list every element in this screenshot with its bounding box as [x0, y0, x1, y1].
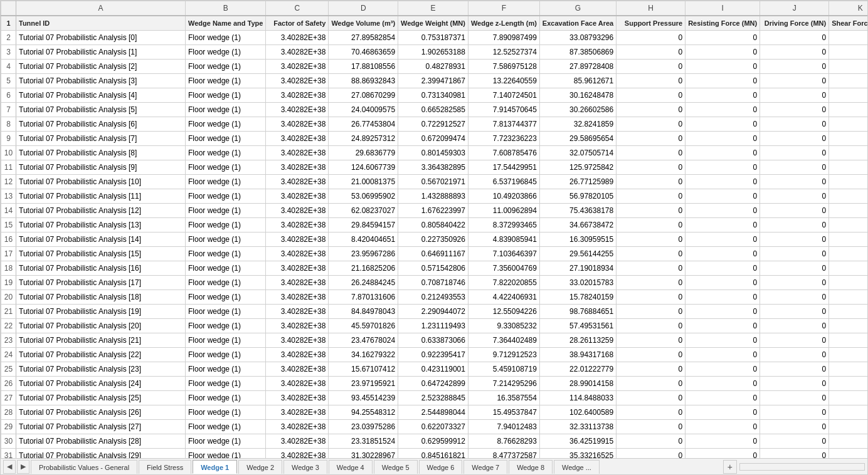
cell-r25-c11[interactable]: 0	[829, 362, 867, 377]
cell-r7-c3[interactable]: 3.40282E+38	[266, 103, 329, 117]
cell-r6-c5[interactable]: 0.731340981	[398, 88, 468, 103]
cell-r25-c6[interactable]: 5.459108719	[468, 362, 539, 377]
cell-r8-c7[interactable]: 32.8241859	[539, 117, 616, 132]
cell-r22-c5[interactable]: 1.231119493	[398, 319, 468, 333]
cell-r6-c7[interactable]: 30.16248478	[539, 88, 616, 103]
cell-r30-c2[interactable]: Floor wedge (1)	[186, 434, 266, 449]
cell-r21-c11[interactable]: 0	[829, 305, 867, 319]
col-header-J[interactable]: J	[760, 1, 829, 16]
cell-r4-c4[interactable]: 17.88108556	[329, 60, 398, 74]
cell-r23-c10[interactable]: 0	[760, 333, 829, 348]
cell-r13-c9[interactable]: 0	[685, 189, 760, 204]
cell-r14-c11[interactable]: 0	[829, 204, 867, 218]
cell-r20-c10[interactable]: 0	[760, 290, 829, 305]
cell-r18-c10[interactable]: 0	[760, 261, 829, 276]
cell-r28-c3[interactable]: 3.40282E+38	[266, 405, 329, 420]
cell-r15-c3[interactable]: 3.40282E+38	[266, 218, 329, 232]
cell-r17-c5[interactable]: 0.646911167	[398, 247, 468, 261]
cell-r3-c8[interactable]: 0	[617, 45, 685, 60]
cell-r16-c1[interactable]: Tutorial 07 Probabilistic Analysis [14]	[16, 232, 186, 247]
cell-r11-c4[interactable]: 124.6067739	[329, 160, 398, 175]
cell-r26-c1[interactable]: Tutorial 07 Probabilistic Analysis [24]	[16, 377, 186, 391]
col-header-E[interactable]: E	[398, 1, 468, 16]
cell-r18-c9[interactable]: 0	[685, 261, 760, 276]
cell-r8-c10[interactable]: 0	[760, 117, 829, 132]
cell-r10-c6[interactable]: 7.608785476	[468, 146, 539, 160]
cell-r5-c6[interactable]: 13.22640559	[468, 74, 539, 88]
cell-r26-c9[interactable]: 0	[685, 377, 760, 391]
cell-r10-c3[interactable]: 3.40282E+38	[266, 146, 329, 160]
cell-r18-c4[interactable]: 21.16825206	[329, 261, 398, 276]
cell-r27-c11[interactable]: 0	[829, 391, 867, 405]
cell-r26-c7[interactable]: 28.99014158	[539, 377, 616, 391]
cell-r29-c11[interactable]: 0	[829, 420, 867, 434]
cell-r27-c9[interactable]: 0	[685, 391, 760, 405]
cell-r29-c8[interactable]: 0	[617, 420, 685, 434]
cell-r26-c5[interactable]: 0.647242899	[398, 377, 468, 391]
cell-r31-c6[interactable]: 8.477372587	[468, 449, 539, 459]
tab-add-button[interactable]: +	[723, 460, 737, 474]
cell-r9-c9[interactable]: 0	[685, 132, 760, 146]
cell-r10-c11[interactable]: 0	[829, 146, 867, 160]
cell-r6-c9[interactable]: 0	[685, 88, 760, 103]
cell-r28-c9[interactable]: 0	[685, 405, 760, 420]
cell-r21-c7[interactable]: 98.76884651	[539, 305, 616, 319]
col-header-F[interactable]: F	[468, 1, 539, 16]
cell-r21-c8[interactable]: 0	[617, 305, 685, 319]
cell-r2-c8[interactable]: 0	[617, 31, 685, 45]
cell-r17-c3[interactable]: 3.40282E+38	[266, 247, 329, 261]
cell-r26-c2[interactable]: Floor wedge (1)	[186, 377, 266, 391]
cell-r23-c8[interactable]: 0	[617, 333, 685, 348]
cell-r20-c3[interactable]: 3.40282E+38	[266, 290, 329, 305]
cell-r13-c3[interactable]: 3.40282E+38	[266, 189, 329, 204]
cell-r27-c2[interactable]: Floor wedge (1)	[186, 391, 266, 405]
cell-r11-c5[interactable]: 3.364382895	[398, 160, 468, 175]
cell-r30-c5[interactable]: 0.629599912	[398, 434, 468, 449]
cell-r25-c7[interactable]: 22.01222779	[539, 362, 616, 377]
cell-r4-c5[interactable]: 0.48278931	[398, 60, 468, 74]
cell-r21-c9[interactable]: 0	[685, 305, 760, 319]
cell-r15-c2[interactable]: Floor wedge (1)	[186, 218, 266, 232]
cell-r21-c5[interactable]: 2.290944072	[398, 305, 468, 319]
cell-r11-c8[interactable]: 0	[617, 160, 685, 175]
cell-r6-c8[interactable]: 0	[617, 88, 685, 103]
cell-r27-c8[interactable]: 0	[617, 391, 685, 405]
cell-r10-c4[interactable]: 29.6836779	[329, 146, 398, 160]
col-header-D[interactable]: D	[329, 1, 398, 16]
cell-r13-c1[interactable]: Tutorial 07 Probabilistic Analysis [11]	[16, 189, 186, 204]
cell-r27-c3[interactable]: 3.40282E+38	[266, 391, 329, 405]
cell-r14-c3[interactable]: 3.40282E+38	[266, 204, 329, 218]
cell-r20-c6[interactable]: 4.422406931	[468, 290, 539, 305]
cell-r22-c1[interactable]: Tutorial 07 Probabilistic Analysis [20]	[16, 319, 186, 333]
cell-r25-c1[interactable]: Tutorial 07 Probabilistic Analysis [23]	[16, 362, 186, 377]
cell-r27-c5[interactable]: 2.523288845	[398, 391, 468, 405]
cell-r8-c5[interactable]: 0.722912527	[398, 117, 468, 132]
cell-r31-c9[interactable]: 0	[685, 449, 760, 459]
cell-r2-c3[interactable]: 3.40282E+38	[266, 31, 329, 45]
cell-r6-c1[interactable]: Tutorial 07 Probabilistic Analysis [4]	[16, 88, 186, 103]
col-header-C[interactable]: C	[266, 1, 329, 16]
cell-r29-c1[interactable]: Tutorial 07 Probabilistic Analysis [27]	[16, 420, 186, 434]
cell-r30-c9[interactable]: 0	[685, 434, 760, 449]
cell-r23-c11[interactable]: 0	[829, 333, 867, 348]
cell-r24-c9[interactable]: 0	[685, 348, 760, 362]
cell-r15-c6[interactable]: 8.372993465	[468, 218, 539, 232]
cell-r11-c9[interactable]: 0	[685, 160, 760, 175]
tab-wedge-5[interactable]: Wedge 5	[374, 460, 418, 474]
cell-r29-c6[interactable]: 7.94012483	[468, 420, 539, 434]
cell-r4-c6[interactable]: 7.586975128	[468, 60, 539, 74]
cell-r15-c7[interactable]: 34.66738472	[539, 218, 616, 232]
cell-r24-c8[interactable]: 0	[617, 348, 685, 362]
cell-r14-c7[interactable]: 75.43638178	[539, 204, 616, 218]
cell-r20-c4[interactable]: 7.870131606	[329, 290, 398, 305]
cell-r6-c2[interactable]: Floor wedge (1)	[186, 88, 266, 103]
cell-r10-c10[interactable]: 0	[760, 146, 829, 160]
cell-r20-c9[interactable]: 0	[685, 290, 760, 305]
cell-r10-c9[interactable]: 0	[685, 146, 760, 160]
cell-r23-c2[interactable]: Floor wedge (1)	[186, 333, 266, 348]
cell-r28-c6[interactable]: 15.49537847	[468, 405, 539, 420]
cell-r2-c9[interactable]: 0	[685, 31, 760, 45]
cell-r11-c6[interactable]: 17.54429951	[468, 160, 539, 175]
cell-r29-c7[interactable]: 32.33113738	[539, 420, 616, 434]
cell-r27-c10[interactable]: 0	[760, 391, 829, 405]
